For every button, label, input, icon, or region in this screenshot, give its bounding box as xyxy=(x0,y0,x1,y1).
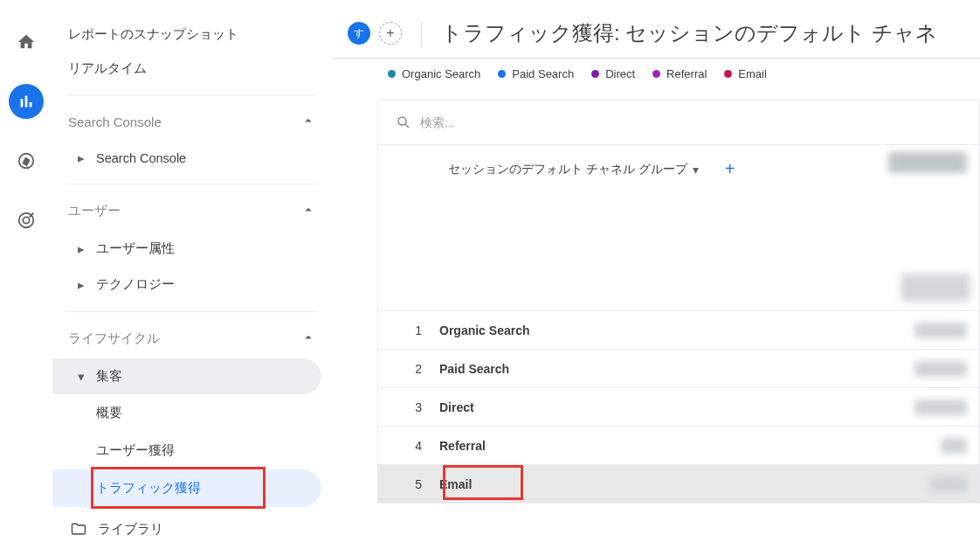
legend-item[interactable]: Email xyxy=(724,67,767,80)
row-label: Paid Search xyxy=(439,362,509,376)
caret-down-icon: ▾ xyxy=(693,163,699,177)
leaf-overview[interactable]: 概要 xyxy=(52,394,332,432)
leaf-label: トラフィック獲得 xyxy=(96,481,201,495)
sub-label: 集客 xyxy=(96,368,122,385)
divider xyxy=(66,311,316,312)
row-number: 1 xyxy=(378,323,439,337)
caret-right-icon: ▸ xyxy=(72,278,91,292)
add-segment-button[interactable]: + xyxy=(379,22,402,45)
table-row[interactable]: 2 Paid Search xyxy=(378,350,979,388)
divider xyxy=(66,94,316,95)
data-table: セッションのデフォルト チャネル グループ ▾ + 1 Organic Sear… xyxy=(377,100,980,504)
section-users[interactable]: ユーザー xyxy=(52,191,332,231)
sub-label: テクノロジー xyxy=(96,276,175,293)
legend-label: Direct xyxy=(605,67,635,80)
sub-search-console[interactable]: ▸ Search Console xyxy=(52,142,332,175)
row-number: 2 xyxy=(378,362,439,376)
section-lifecycle[interactable]: ライフサイクル xyxy=(52,319,332,358)
legend-label: Referral xyxy=(666,67,707,80)
legend-item[interactable]: Paid Search xyxy=(498,67,574,80)
sidebar-realtime[interactable]: リアルタイム xyxy=(52,52,316,86)
dimension-selector[interactable]: セッションのデフォルト チャネル グループ ▾ + xyxy=(448,159,735,179)
home-icon xyxy=(17,32,36,52)
folder-icon xyxy=(70,520,87,538)
rail-reports[interactable] xyxy=(9,84,44,119)
row-number: 5 xyxy=(378,477,439,491)
rail-home[interactable] xyxy=(9,24,44,59)
legend-label: Organic Search xyxy=(402,67,480,80)
table-row[interactable]: 3 Direct xyxy=(378,388,979,427)
dot-icon xyxy=(652,70,660,78)
legend-item[interactable]: Direct xyxy=(591,67,635,80)
search-icon xyxy=(396,115,411,130)
section-label: Search Console xyxy=(68,115,162,129)
value-blur xyxy=(914,323,967,338)
library-label: ライブラリ xyxy=(98,521,163,538)
table-search-row xyxy=(378,101,979,145)
dot-icon xyxy=(724,70,732,78)
svg-point-3 xyxy=(398,117,406,125)
sub-acquisition[interactable]: ▾ 集客 xyxy=(52,358,321,394)
dimension-header: セッションのデフォルト チャネル グループ ▾ + xyxy=(378,145,979,311)
svg-point-2 xyxy=(23,217,29,223)
icon-rail xyxy=(0,0,52,542)
divider xyxy=(421,22,422,45)
dot-icon xyxy=(388,70,396,78)
bar-chart-icon xyxy=(17,92,36,111)
row-number: 3 xyxy=(378,400,439,414)
value-blur xyxy=(914,361,967,377)
chart-legend: Organic Search Paid Search Direct Referr… xyxy=(332,59,980,84)
chevron-up-icon xyxy=(300,202,316,220)
metric-header-blur xyxy=(901,274,970,302)
value-blur xyxy=(930,476,967,492)
explore-icon xyxy=(17,151,36,170)
divider xyxy=(66,184,316,184)
row-label: Organic Search xyxy=(439,323,530,337)
row-label: Direct xyxy=(439,400,474,414)
legend-label: Email xyxy=(738,67,767,80)
caret-right-icon: ▸ xyxy=(72,242,91,256)
leaf-traffic-acquisition[interactable]: トラフィック獲得 xyxy=(52,469,321,507)
rail-ads[interactable] xyxy=(9,203,44,238)
legend-item[interactable]: Organic Search xyxy=(388,67,480,80)
dot-icon xyxy=(591,70,599,78)
chevron-up-icon xyxy=(300,330,316,348)
header-row: す + トラフィック獲得: セッションのデフォルト チャネ xyxy=(332,0,980,58)
sidebar-library[interactable]: ライブラリ xyxy=(52,507,332,542)
section-label: ユーザー xyxy=(68,203,121,219)
caret-down-icon: ▾ xyxy=(72,370,91,384)
row-label: Email xyxy=(439,477,472,491)
search-input[interactable] xyxy=(420,115,962,129)
value-blur xyxy=(914,400,967,415)
chevron-up-icon xyxy=(300,113,316,131)
table-row[interactable]: 1 Organic Search xyxy=(378,311,979,350)
metric-header-blur xyxy=(888,152,967,173)
leaf-user-acquisition[interactable]: ユーザー獲得 xyxy=(52,432,332,469)
value-blur xyxy=(941,438,967,454)
dimension-label: セッションのデフォルト チャネル グループ xyxy=(448,162,687,177)
legend-item[interactable]: Referral xyxy=(652,67,707,80)
segment-badge[interactable]: す xyxy=(348,22,370,45)
table-row[interactable]: 4 Referral xyxy=(378,427,979,465)
sub-label: Search Console xyxy=(96,151,186,165)
sub-label: ユーザー属性 xyxy=(96,240,175,257)
add-dimension-button[interactable]: + xyxy=(725,159,735,179)
table-row[interactable]: 5 Email xyxy=(378,465,979,504)
rail-explore[interactable] xyxy=(9,143,44,178)
page-title: トラフィック獲得: セッションのデフォルト チャネ xyxy=(441,19,937,47)
section-search-console[interactable]: Search Console xyxy=(52,102,332,142)
sub-user-attrs[interactable]: ▸ ユーザー属性 xyxy=(52,231,332,267)
row-label: Referral xyxy=(439,439,486,453)
legend-label: Paid Search xyxy=(512,67,574,80)
main-panel: す + トラフィック獲得: セッションのデフォルト チャネ Organic Se… xyxy=(332,0,980,542)
sub-technology[interactable]: ▸ テクノロジー xyxy=(52,267,332,302)
dot-icon xyxy=(498,70,506,78)
sidebar: レポートのスナップショット リアルタイム Search Console ▸ Se… xyxy=(52,0,332,542)
caret-right-icon: ▸ xyxy=(72,151,91,165)
sidebar-snapshot[interactable]: レポートのスナップショット xyxy=(52,17,316,52)
target-icon xyxy=(17,211,36,230)
row-number: 4 xyxy=(378,439,439,453)
section-label: ライフサイクル xyxy=(68,330,160,347)
